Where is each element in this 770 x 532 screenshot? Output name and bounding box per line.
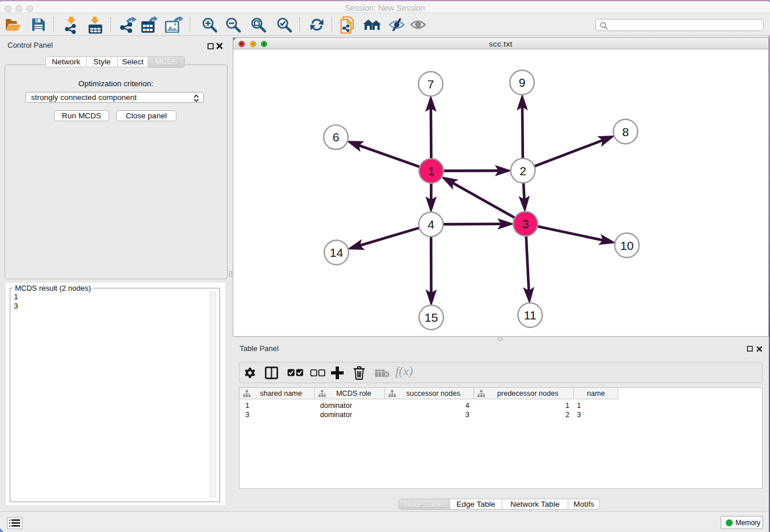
svg-text:11: 11	[524, 309, 537, 322]
svg-text:9: 9	[519, 76, 526, 89]
svg-text:4: 4	[428, 218, 434, 231]
svg-text:1: 1	[428, 164, 435, 178]
svg-text:10: 10	[620, 239, 633, 252]
svg-text:15: 15	[425, 311, 438, 324]
svg-text:14: 14	[330, 246, 344, 259]
svg-text:6: 6	[333, 130, 340, 144]
svg-text:3: 3	[522, 217, 529, 230]
svg-text:7: 7	[428, 78, 434, 91]
svg-text:8: 8	[622, 125, 629, 138]
svg-text:2: 2	[519, 164, 526, 178]
